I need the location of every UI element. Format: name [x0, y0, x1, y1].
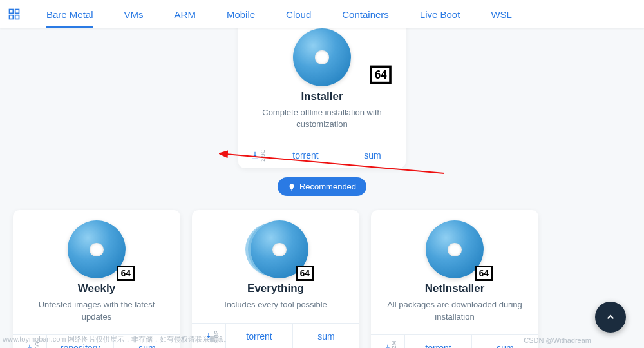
nav-item-cloud[interactable]: Cloud: [286, 2, 311, 27]
card-title: Installer: [250, 90, 394, 103]
disc-icon: 64: [68, 220, 126, 278]
card-title: Weekly: [24, 282, 169, 295]
arch-badge: 64: [475, 266, 493, 281]
nav-item-bare-metal[interactable]: Bare Metal: [46, 2, 93, 27]
chevron-up-icon: [605, 311, 616, 323]
grid-icon[interactable]: [8, 8, 21, 21]
nav-item-vms[interactable]: VMs: [124, 2, 144, 27]
sum-link[interactable]: sum: [339, 142, 406, 168]
card-title: Everything: [204, 282, 348, 295]
recommended-badge: Recommended: [278, 177, 366, 196]
nav-items: Bare Metal VMs ARM Mobile Cloud Containe…: [46, 2, 512, 27]
download-button[interactable]: 432M: [371, 335, 404, 348]
nav-item-containers[interactable]: Containers: [342, 2, 389, 27]
nav-item-wsl[interactable]: WSL: [491, 2, 512, 27]
torrent-link[interactable]: torrent: [404, 335, 471, 348]
nav-item-arm[interactable]: ARM: [175, 2, 196, 27]
card-desc: Complete offline installation with custo…: [250, 107, 394, 130]
card-actions: 2.9G torrent sum: [238, 142, 406, 168]
size-label: 2.9G: [260, 150, 266, 162]
nav-item-live-boot[interactable]: Live Boot: [420, 2, 460, 27]
navbar: Bare Metal VMs ARM Mobile Cloud Containe…: [0, 0, 644, 28]
watermark-left: www.toymoban.com 网络图片仅供展示，非存储，如有侵权请联系删除。: [3, 334, 231, 344]
disc-icon: 64: [293, 28, 351, 86]
card-everything: 64 Everything Includes every tool possib…: [192, 210, 359, 348]
torrent-link[interactable]: torrent: [225, 324, 292, 348]
watermark-right: CSDN @Withadream: [524, 336, 591, 344]
svg-rect-0: [10, 10, 14, 14]
card-weekly: 64 Weekly Untested images with the lates…: [13, 210, 180, 348]
torrent-link[interactable]: torrent: [272, 142, 339, 168]
arch-badge: 64: [296, 266, 314, 281]
svg-rect-3: [15, 15, 19, 19]
svg-rect-1: [15, 10, 19, 14]
content: 64 Installer Complete offline installati…: [0, 28, 644, 348]
arch-badge: 64: [370, 66, 391, 84]
card-desc: Untested images with the latest updates: [24, 299, 169, 322]
scroll-top-button[interactable]: [595, 302, 626, 333]
card-netinstaller: 64 NetInstaller All packages are downloa…: [371, 210, 538, 348]
recommended-label: Recommended: [299, 182, 356, 191]
card-desc: Includes every tool possible: [204, 299, 348, 311]
arch-badge: 64: [117, 266, 135, 281]
card-title: NetInstaller: [383, 282, 527, 295]
sum-link[interactable]: sum: [292, 324, 359, 348]
nav-item-mobile[interactable]: Mobile: [227, 2, 255, 27]
bulb-icon: [288, 183, 296, 191]
card-installer: 64 Installer Complete offline installati…: [238, 15, 406, 168]
disc-stack-icon: 64: [247, 220, 305, 278]
download-button[interactable]: 2.9G: [238, 142, 272, 168]
card-desc: All packages are downloaded during insta…: [383, 299, 527, 322]
svg-rect-2: [10, 15, 14, 19]
size-label: 432M: [392, 340, 398, 348]
disc-icon: 64: [426, 220, 484, 278]
